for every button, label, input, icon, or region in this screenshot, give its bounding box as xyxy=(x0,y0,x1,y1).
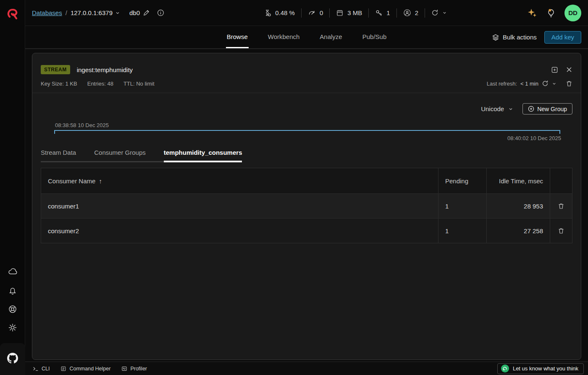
format-selected-value: Unicode xyxy=(481,105,504,112)
range-start-timestamp: 08:38:58 10 Dec 2025 xyxy=(55,122,572,128)
profiler-button[interactable]: Profiler xyxy=(121,366,147,372)
command-helper-label: Command Helper xyxy=(69,366,110,372)
stream-range-timeline[interactable]: 08:38:58 10 Dec 2025 08:40:02 10 Dec 202… xyxy=(41,122,572,141)
memory-icon xyxy=(336,9,344,17)
chevron-down-icon xyxy=(552,81,556,86)
db-index: db0 xyxy=(129,9,140,16)
stat-commands: 0 xyxy=(308,9,323,17)
feedback-icon xyxy=(501,365,509,372)
redis-logo-icon[interactable] xyxy=(6,8,19,20)
cpu-usage-icon xyxy=(264,9,271,17)
cell-consumer-name: consumer1 xyxy=(41,194,438,218)
keys-icon xyxy=(375,9,383,17)
tab-browse[interactable]: Browse xyxy=(226,26,249,48)
bottom-tool-bar: CLI Command Helper Profiler Let us know … xyxy=(25,362,588,375)
connected-clients-icon xyxy=(403,9,411,17)
cell-idle-time: 27 258 xyxy=(486,219,550,243)
stat-memory-value: 3 MB xyxy=(347,9,362,16)
database-host: 127.0.0.1:6379 xyxy=(71,9,113,16)
add-key-button[interactable]: Add key xyxy=(544,31,581,44)
delete-consumer-trash-icon[interactable] xyxy=(558,203,564,209)
stat-cpu: 0.48 % xyxy=(264,9,295,17)
range-bar[interactable] xyxy=(54,130,560,134)
refresh-key-icon[interactable] xyxy=(542,80,549,87)
key-ttl: TTL: No limit xyxy=(123,81,155,87)
cli-prompt-icon xyxy=(33,366,39,372)
bulk-actions-button[interactable]: Bulk actions xyxy=(492,34,537,41)
cli-label: CLI xyxy=(42,366,50,372)
tab-workbench[interactable]: Workbench xyxy=(267,26,301,48)
table-row[interactable]: consumer2 1 27 258 xyxy=(41,218,572,243)
copilot-sparkles-icon[interactable] xyxy=(527,8,538,18)
topbar-right: DD xyxy=(527,5,581,21)
table-row[interactable]: consumer1 1 28 953 xyxy=(41,193,572,218)
plus-circle-icon xyxy=(528,106,534,112)
close-key-icon[interactable] xyxy=(566,66,572,73)
chevron-down-icon xyxy=(508,107,513,112)
stats-refresh-control[interactable] xyxy=(431,9,447,16)
delete-consumer-trash-icon[interactable] xyxy=(558,227,564,234)
stat-commands-value: 0 xyxy=(320,9,323,16)
cell-idle-time: 28 953 xyxy=(486,194,550,218)
top-bar: Databases / 127.0.0.1:6379 db0 0.48 % 0 xyxy=(25,0,588,26)
header-actions xyxy=(550,168,572,193)
key-size: Key Size: 1 KB xyxy=(41,81,77,87)
consumers-table: Consumer Name ↑ Pending Idle Time, msec … xyxy=(41,168,572,243)
settings-gear-icon[interactable] xyxy=(8,323,17,332)
database-host-selector[interactable]: 127.0.0.1:6379 xyxy=(71,9,120,16)
tab-analyze[interactable]: Analyze xyxy=(319,26,343,48)
new-group-button[interactable]: New Group xyxy=(522,103,572,115)
github-icon[interactable] xyxy=(7,353,18,365)
stat-cpu-value: 0.48 % xyxy=(275,9,295,16)
breadcrumb-separator: / xyxy=(66,9,67,16)
db-info-icon[interactable] xyxy=(157,9,164,16)
cli-button[interactable]: CLI xyxy=(33,366,50,372)
last-refresh-value: < 1 min xyxy=(520,81,538,87)
tab-pubsub[interactable]: Pub/Sub xyxy=(362,26,388,48)
header-pending[interactable]: Pending xyxy=(438,168,486,193)
cloud-icon[interactable] xyxy=(8,267,18,277)
insights-lightbulb-icon[interactable] xyxy=(546,8,556,18)
tab-consumers[interactable]: temphumidity_consumers xyxy=(164,149,242,162)
open-in-window-icon[interactable] xyxy=(551,66,558,73)
sidebar xyxy=(0,0,25,375)
feedback-button[interactable]: Let us know what you think xyxy=(497,363,584,374)
new-group-label: New Group xyxy=(537,106,567,112)
main-nav: Browse Workbench Analyze Pub/Sub Bulk ac… xyxy=(25,26,588,49)
command-helper-icon xyxy=(60,366,66,372)
chevron-down-icon xyxy=(442,10,447,15)
header-consumer-name[interactable]: Consumer Name ↑ xyxy=(41,168,438,193)
profiler-label: Profiler xyxy=(130,366,147,372)
refresh-stats-icon xyxy=(431,9,438,16)
tab-consumer-groups[interactable]: Consumer Groups xyxy=(94,149,146,161)
cell-pending: 1 xyxy=(438,194,486,218)
help-lifebuoy-icon[interactable] xyxy=(8,305,17,314)
key-name: ingest:temphumidity xyxy=(77,66,133,73)
stat-memory: 3 MB xyxy=(336,9,362,17)
db-stats-overview: 0.48 % 0 3 MB 1 2 xyxy=(264,8,447,18)
cell-consumer-name: consumer2 xyxy=(41,219,438,243)
header-idle-time[interactable]: Idle Time, msec xyxy=(486,168,550,193)
commands-gauge-icon xyxy=(308,9,316,17)
stream-view-tabs: Stream Data Consumer Groups temphumidity… xyxy=(41,149,242,162)
range-end-timestamp: 08:40:02 10 Dec 2025 xyxy=(41,135,561,141)
tab-stream-data[interactable]: Stream Data xyxy=(41,149,76,161)
notifications-bell-icon[interactable] xyxy=(8,286,17,295)
key-entries: Entries: 48 xyxy=(87,81,113,87)
stat-keys-value: 1 xyxy=(386,9,390,16)
cell-pending: 1 xyxy=(438,219,486,243)
user-avatar[interactable]: DD xyxy=(564,5,581,21)
format-select[interactable]: Unicode xyxy=(481,105,513,112)
stat-clients: 2 xyxy=(403,9,418,17)
stat-keys: 1 xyxy=(375,9,390,17)
chevron-down-icon xyxy=(115,10,120,16)
edit-db-pencil-icon[interactable] xyxy=(143,10,150,16)
command-helper-button[interactable]: Command Helper xyxy=(60,366,110,372)
stat-clients-value: 2 xyxy=(415,9,418,16)
breadcrumb-databases-link[interactable]: Databases xyxy=(32,9,62,16)
breadcrumb: Databases / 127.0.0.1:6379 db0 xyxy=(32,9,164,16)
sort-asc-icon: ↑ xyxy=(99,177,102,185)
delete-key-trash-icon[interactable] xyxy=(566,80,572,87)
bulk-actions-label: Bulk actions xyxy=(503,34,537,41)
profiler-icon xyxy=(121,366,127,372)
